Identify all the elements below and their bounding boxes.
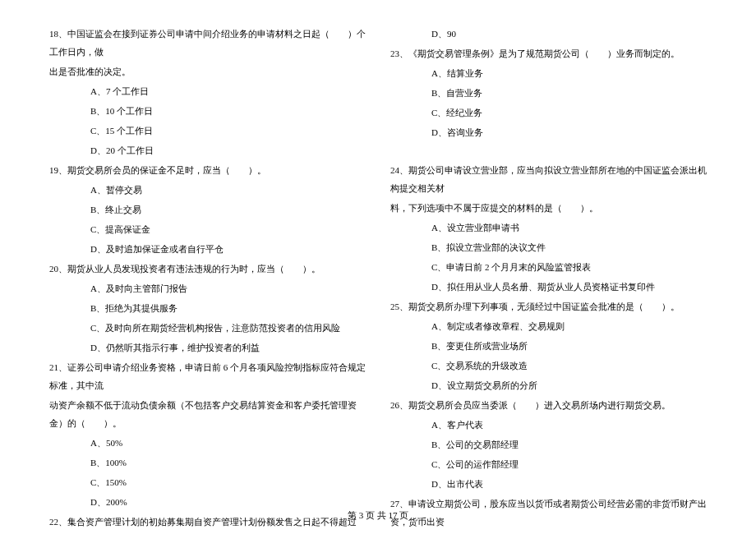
q25-optA: A、制定或者修改章程、交易规则 (390, 317, 707, 335)
q23-optB: B、自营业务 (390, 84, 707, 102)
page-content: 18、中国证监会在接到证券公司申请中间介绍业务的申请材料之日起（ ）个工作日内，… (0, 0, 756, 534)
q19-optB: B、终止交易 (49, 200, 366, 219)
q20-text: 20、期货从业人员发现投资者有违法违规的行为时，应当（ ）。 (49, 260, 366, 278)
q26-optA: A、客户代表 (390, 416, 707, 434)
q25-optC: C、交易系统的升级改造 (390, 357, 707, 375)
q24-optC: C、申请日前 2 个月月末的风险监管报表 (390, 258, 707, 276)
q20-optB: B、拒绝为其提供服务 (49, 299, 366, 317)
q20-optA: A、及时向主管部门报告 (49, 279, 366, 297)
spacer (390, 143, 707, 161)
q18-optB: B、10 个工作日 (49, 102, 366, 120)
q24-optB: B、拟设立营业部的决议文件 (390, 238, 707, 256)
q21-optA: A、50% (49, 434, 366, 452)
q23-optA: A、结算业务 (390, 64, 707, 82)
q18-optC: C、15 个工作日 (49, 122, 366, 140)
q26-optC: C、公司的运作部经理 (390, 455, 707, 473)
q18-optA: A、7 个工作日 (49, 82, 366, 100)
q19-optC: C、提高保证金 (49, 220, 366, 238)
q24-optA: A、设立营业部申请书 (390, 219, 707, 237)
page-footer: 第 3 页 共 17 页 (0, 509, 756, 522)
q24-text: 24、期货公司申请设立营业部，应当向拟设立营业部所在地的中国证监会派出机构提交相… (390, 161, 707, 197)
q22-optD: D、90 (390, 25, 707, 43)
q23-optD: D、咨询业务 (390, 123, 707, 141)
q19-text: 19、期货交易所会员的保证金不足时，应当（ ）。 (49, 161, 366, 179)
q18-text2: 出是否批准的决定。 (49, 62, 366, 81)
q21-optD: D、200% (49, 493, 366, 511)
q23-text: 23、《期货交易管理条例》是为了规范期货公司（ ）业务而制定的。 (390, 44, 707, 62)
q20-optC: C、及时向所在期货经营机构报告，注意防范投资者的信用风险 (49, 319, 366, 337)
right-column: D、90 23、《期货交易管理条例》是为了规范期货公司（ ）业务而制定的。 A、… (390, 25, 707, 534)
q20-optD: D、仍然听其指示行事，维护投资者的利益 (49, 338, 366, 357)
q24-text2: 料，下列选项中不属于应提交的材料的是（ ）。 (390, 199, 707, 217)
q18-text: 18、中国证监会在接到证券公司申请中间介绍业务的申请材料之日起（ ）个工作日内，… (49, 25, 366, 61)
left-column: 18、中国证监会在接到证券公司申请中间介绍业务的申请材料之日起（ ）个工作日内，… (49, 25, 366, 534)
q25-optD: D、设立期货交易所的分所 (390, 376, 707, 394)
q18-optD: D、20 个工作日 (49, 141, 366, 159)
q25-optB: B、变更住所或营业场所 (390, 337, 707, 355)
q25-text: 25、期货交易所办理下列事项，无须经过中国证监会批准的是（ ）。 (390, 297, 707, 315)
q26-optB: B、公司的交易部经理 (390, 435, 707, 453)
q21-text: 21、证券公司申请介绍业务资格，申请日前 6 个月各项风险控制指标应符合规定标准… (49, 358, 366, 394)
q19-optD: D、及时追加保证金或者自行平仓 (49, 240, 366, 258)
q24-optD: D、拟任用从业人员名册、期货从业人员资格证书复印件 (390, 278, 707, 296)
q21-text2: 动资产余额不低于流动负债余额（不包括客户交易结算资金和客户委托管理资金）的（ ）… (49, 396, 366, 432)
q26-optD: D、出市代表 (390, 475, 707, 493)
q21-optC: C、150% (49, 473, 366, 491)
q23-optC: C、经纪业务 (390, 104, 707, 122)
q26-text: 26、期货交易所会员应当委派（ ）进入交易所场内进行期货交易。 (390, 396, 707, 414)
q21-optB: B、100% (49, 453, 366, 472)
q19-optA: A、暂停交易 (49, 181, 366, 199)
